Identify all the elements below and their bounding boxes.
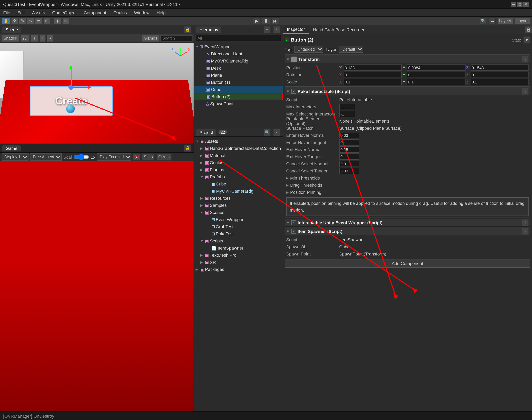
- inspector-active-checkbox[interactable]: ✓: [285, 38, 289, 42]
- poke-active-checkbox[interactable]: ✓: [291, 89, 296, 93]
- proj-handgrab[interactable]: ▣ HandGrabInteractableDataCollection: [194, 145, 283, 152]
- maximize-button[interactable]: □: [517, 1, 522, 7]
- transform-more-button[interactable]: ⋮: [522, 56, 529, 63]
- max-selecting-input[interactable]: [339, 111, 355, 117]
- pivot-tool[interactable]: ◉: [54, 17, 61, 24]
- aspect-select[interactable]: Free Aspect: [30, 153, 62, 160]
- hierarchy-item-eventwrapper[interactable]: ▼ ⊞ EventWrapper: [194, 43, 283, 50]
- tab-game[interactable]: Game: [2, 145, 21, 151]
- hierarchy-item-desk[interactable]: ▣ Desk: [194, 64, 283, 72]
- layers-dropdown[interactable]: Layers: [497, 17, 513, 24]
- max-interactors-input[interactable]: [339, 104, 355, 110]
- event-wrapper-header[interactable]: ▼ ✓ Interactable Unity Event Wrapper (Sc…: [285, 219, 531, 227]
- project-search-button[interactable]: 🔍: [264, 129, 271, 136]
- hierarchy-item-button1[interactable]: ▣ Button (1): [194, 79, 283, 86]
- game-lock-icon[interactable]: 🔒: [184, 145, 191, 152]
- hierarchy-more-button[interactable]: ⋮: [273, 26, 280, 33]
- hierarchy-add-button[interactable]: +: [264, 26, 271, 33]
- hand-tool[interactable]: ✋: [1, 17, 10, 24]
- tab-project[interactable]: Project: [196, 129, 216, 135]
- close-button[interactable]: ✕: [523, 1, 529, 7]
- transform-component-header[interactable]: ▼ Transform ⋮: [285, 55, 531, 63]
- proj-assets[interactable]: ▣ Assets: [194, 138, 283, 145]
- item-spawner-header[interactable]: ▼ ✓ Item Spawner (Script) ⋮: [285, 227, 531, 235]
- proj-scenes[interactable]: ▣ Scenes: [194, 209, 283, 216]
- proj-samples[interactable]: ▣ Samples: [194, 202, 283, 209]
- gizmos-button[interactable]: Gizmo: [156, 153, 172, 160]
- game-viewport[interactable]: [0, 161, 194, 411]
- proj-material[interactable]: ▣ Material: [194, 152, 283, 159]
- layer-dropdown[interactable]: Default: [339, 46, 364, 53]
- search-button[interactable]: 🔍: [480, 17, 487, 24]
- scene-gizmos-btn[interactable]: Gizmos: [142, 35, 159, 42]
- scene-2d-btn[interactable]: 2D: [20, 35, 30, 42]
- ew-more-button[interactable]: ⋮: [522, 219, 529, 226]
- proj-grabtest-scene[interactable]: ⊞ GrabTest: [194, 223, 283, 230]
- hierarchy-item-spawnpoint[interactable]: △ SpawnPoint: [194, 100, 283, 107]
- menu-edit[interactable]: Edit: [16, 10, 26, 15]
- proj-itemspawner[interactable]: 📄 ItemSpawner: [194, 244, 283, 252]
- rot-x-input[interactable]: [344, 72, 402, 78]
- proj-prefabs[interactable]: ▣ Prefabs: [194, 173, 283, 180]
- scene-audio-btn[interactable]: ♪: [39, 35, 45, 42]
- hierarchy-item-button2[interactable]: ▣ Button (2): [194, 93, 283, 100]
- tag-dropdown[interactable]: Untagged: [294, 46, 323, 53]
- scene-button-object[interactable]: Create: [30, 86, 113, 116]
- poke-more-button[interactable]: ⋮: [522, 88, 529, 95]
- tab-hierarchy[interactable]: Hierarchy: [196, 26, 221, 33]
- proj-scripts[interactable]: ▣ Scripts: [194, 237, 283, 244]
- play-button[interactable]: ▶: [252, 17, 261, 24]
- cancel-select-normal-input[interactable]: [339, 161, 359, 167]
- collab-button[interactable]: ☁: [488, 17, 496, 24]
- hierarchy-item-myovr[interactable]: ▣ MyOVRCameraRig: [194, 57, 283, 64]
- stats-button[interactable]: Stats: [142, 153, 155, 160]
- mute-button[interactable]: 🔇: [133, 153, 140, 160]
- proj-resources[interactable]: ▣ Resources: [194, 195, 283, 202]
- minimize-button[interactable]: ─: [511, 1, 516, 7]
- rot-z-input[interactable]: [470, 72, 529, 78]
- proj-packages[interactable]: ▣ Packages: [194, 266, 283, 273]
- cancel-select-tangent-input[interactable]: [339, 168, 359, 174]
- rect-tool[interactable]: ▭: [35, 17, 42, 24]
- layout-dropdown[interactable]: Layout: [515, 17, 531, 24]
- is-active-checkbox[interactable]: ✓: [291, 229, 296, 234]
- is-more-button[interactable]: ⋮: [522, 228, 529, 235]
- proj-textmeshpro[interactable]: ▣ TextMesh Pro: [194, 252, 283, 259]
- pos-y-input[interactable]: [407, 64, 466, 71]
- pos-x-input[interactable]: [344, 64, 402, 71]
- proj-plugins[interactable]: ▣ Plugins: [194, 166, 283, 173]
- menu-component[interactable]: Component: [82, 10, 108, 15]
- scale-x-input[interactable]: [344, 79, 402, 85]
- menu-help[interactable]: Help: [155, 10, 167, 15]
- position-pinning-section[interactable]: Position Pinning: [285, 189, 531, 196]
- menu-gameobject[interactable]: GameObject: [50, 10, 78, 15]
- proj-poketest-scene[interactable]: ⊞ PokeTest: [194, 230, 283, 237]
- play-focused-select[interactable]: Play Focused: [97, 153, 131, 160]
- menu-window[interactable]: Window: [132, 10, 151, 15]
- scale-slider[interactable]: [73, 155, 89, 159]
- enter-hover-normal-input[interactable]: [339, 132, 359, 138]
- transform-tool[interactable]: ⊞: [43, 17, 50, 24]
- exit-hover-normal-input[interactable]: [339, 146, 359, 153]
- menu-oculus[interactable]: Oculus: [112, 10, 129, 15]
- scene-fx-btn[interactable]: ✦: [47, 35, 54, 42]
- ew-active-checkbox[interactable]: ✓: [291, 220, 296, 225]
- inspector-static-dropdown[interactable]: ▼: [523, 36, 531, 44]
- proj-oculus[interactable]: ▣ Oculus: [194, 159, 283, 166]
- exit-hover-tangent-input[interactable]: [339, 153, 359, 160]
- scene-lock-icon[interactable]: 🔒: [184, 26, 191, 33]
- proj-myovr-prefab[interactable]: ▣ MyOVRCameraRig: [194, 187, 283, 195]
- rotate-tool[interactable]: ↻: [19, 17, 26, 24]
- proj-cube-prefab[interactable]: ◼ Cube: [194, 180, 283, 187]
- display-select[interactable]: Display 1: [1, 153, 29, 160]
- scale-y-input[interactable]: [407, 79, 466, 85]
- hierarchy-item-plane[interactable]: ▣ Plane: [194, 72, 283, 79]
- proj-xr[interactable]: ▣ XR: [194, 259, 283, 266]
- hierarchy-search-input[interactable]: [196, 35, 281, 41]
- scene-light-btn[interactable]: ☀: [31, 35, 38, 42]
- scene-viewport[interactable]: Create: [0, 43, 194, 144]
- global-tool[interactable]: ⊕: [62, 17, 69, 24]
- enter-hover-tangent-input[interactable]: [339, 139, 359, 146]
- scene-search-input[interactable]: [160, 35, 192, 41]
- tab-inspector[interactable]: Inspector: [283, 25, 309, 34]
